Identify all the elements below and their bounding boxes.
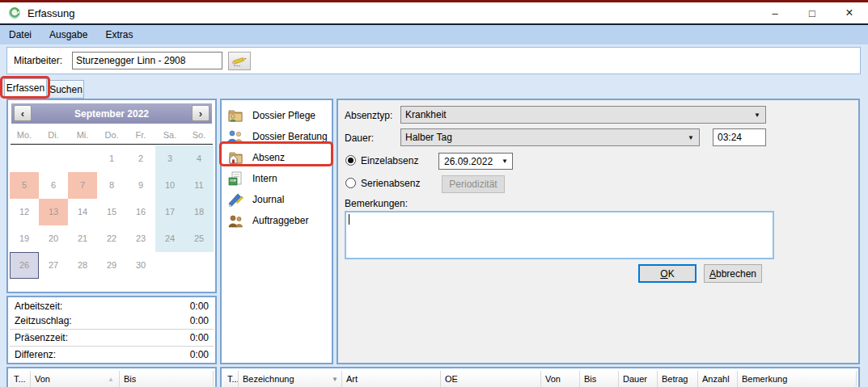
calendar-prev-button[interactable]: ‹ [14, 105, 32, 121]
annotation-top-line [0, 0, 868, 2]
column-header-oe[interactable]: OE [441, 371, 541, 387]
calendar-day[interactable]: 1 [97, 145, 126, 172]
calendar-day[interactable]: 29 [97, 252, 126, 279]
column-header-anzahl[interactable]: Anzahl [698, 371, 738, 387]
people-consult-icon [227, 128, 244, 145]
calendar-day[interactable] [68, 145, 97, 172]
calendar-next-button[interactable]: › [192, 105, 210, 121]
calendar-day-weekend[interactable]: 3 [155, 145, 184, 172]
calendar-day[interactable]: 6 [39, 172, 68, 199]
calendar-day[interactable]: 9 [126, 172, 155, 199]
window-title: Erfassung [28, 7, 75, 19]
calendar-day[interactable]: 23 [126, 225, 155, 252]
absence-date-dropdown[interactable]: 26.09.2022 ▼ [438, 153, 513, 170]
calendar-day[interactable] [155, 252, 184, 279]
employee-label: Mitarbeiter: [14, 55, 62, 66]
calendar-day-absence[interactable]: 5 [10, 172, 39, 199]
menu-ausgabe[interactable]: Ausgabe [40, 25, 96, 44]
calendar-day[interactable]: 12 [10, 199, 39, 225]
calendar-grid: 1 2 3 4 5 6 7 8 9 10 11 12 13 14 15 16 1… [10, 145, 214, 279]
calendar-day-weekend[interactable]: 11 [184, 172, 214, 199]
calendar-day-weekend[interactable]: 18 [184, 199, 214, 225]
calendar-panel: ‹ September 2022 › Mo. Di. Mi. Do. Fr. S… [6, 99, 217, 293]
tab-suchen[interactable]: Suchen [48, 80, 84, 99]
column-header-bezeichnung[interactable]: Bezeichnung▼ [239, 371, 342, 387]
calendar-day[interactable] [184, 252, 214, 279]
column-header-art[interactable]: Art [342, 371, 441, 387]
filter-dropdown-icon[interactable]: ▼ [332, 376, 338, 383]
spreadsheet-icon: 010 [227, 170, 244, 187]
absenztyp-dropdown[interactable]: Krankheit ▼ [400, 106, 766, 124]
einzelabsenz-radio[interactable] [345, 155, 356, 166]
column-header-bis[interactable]: Bis [580, 371, 619, 387]
column-header-von[interactable]: Von [541, 371, 580, 387]
calendar-day[interactable]: 21 [68, 225, 97, 252]
einzelabsenz-label: Einzelabsenz [361, 155, 418, 166]
sidebar-item-absenz[interactable]: Absenz [224, 147, 329, 167]
calendar-day-weekend[interactable]: 24 [155, 225, 184, 252]
absence-form-panel: Absenztyp: Krankheit ▼ Dauer: Halber Tag… [337, 99, 860, 364]
sidebar-item-journal[interactable]: Journal [224, 189, 329, 209]
calendar-day[interactable]: 16 [126, 199, 155, 225]
column-header-bis[interactable]: Bis [120, 371, 214, 387]
pencil-icon [231, 55, 248, 67]
tools-icon [227, 191, 244, 208]
sidebar-item-intern[interactable]: 010 Intern [224, 168, 329, 188]
tab-erfassen[interactable]: Erfassen [4, 78, 47, 99]
calendar-day[interactable] [10, 145, 39, 172]
column-header-von[interactable]: Von▲ [31, 371, 120, 387]
abbrechen-button[interactable]: Abbrechen [704, 264, 762, 283]
calendar-day[interactable]: 14 [68, 199, 97, 225]
calendar-day-selected[interactable]: 26 [10, 252, 39, 279]
column-header-bemerkung[interactable]: Bemerkung [738, 371, 857, 387]
calendar-day[interactable]: 8 [97, 172, 126, 199]
category-sidebar: Dossier Pflege Dossier Beratung Absenz [220, 99, 333, 364]
sidebar-item-auftraggeber[interactable]: Auftraggeber [224, 210, 329, 230]
calendar-day-absence[interactable]: 13 [39, 199, 68, 225]
close-button[interactable]: × [831, 2, 868, 23]
calendar-day-weekend[interactable]: 10 [155, 172, 184, 199]
dauer-label: Dauer: [345, 133, 374, 144]
column-header-betrag[interactable]: Betrag [658, 371, 698, 387]
divider [10, 329, 214, 330]
ok-button[interactable]: OK [638, 264, 697, 283]
column-header-dauer[interactable]: Dauer [619, 371, 658, 387]
calendar-day[interactable]: 22 [97, 225, 126, 252]
chevron-down-icon: ▼ [688, 134, 694, 141]
column-header-t[interactable]: T... [10, 371, 31, 387]
periodizitaet-button[interactable]: Periodizität [442, 175, 505, 193]
dauer-dropdown[interactable]: Halber Tag ▼ [400, 128, 700, 146]
calendar-day-weekend[interactable]: 25 [184, 225, 214, 252]
sidebar-item-dossier-pflege[interactable]: Dossier Pflege [224, 105, 329, 125]
calendar-day[interactable]: 19 [10, 225, 39, 252]
maximize-button[interactable]: □ [794, 2, 831, 23]
time-entries-table: T... Von▲ Bis [6, 367, 217, 387]
svg-text:010: 010 [231, 179, 235, 182]
calendar-day[interactable]: 20 [39, 225, 68, 252]
column-header-t[interactable]: T... [223, 371, 239, 387]
calendar-day[interactable]: 28 [68, 252, 97, 279]
summary-label: Arbeitszeit: [15, 301, 62, 312]
calendar-day[interactable]: 30 [126, 252, 155, 279]
minimize-button[interactable]: – [756, 2, 794, 23]
menu-extras[interactable]: Extras [96, 25, 142, 44]
day-header-sa: Sa. [155, 127, 184, 143]
calendar-day-headers: Mo. Di. Mi. Do. Fr. Sa. So. [10, 127, 214, 143]
serienabsenz-radio[interactable] [345, 178, 356, 188]
calendar-divider [11, 144, 213, 145]
calendar-day[interactable] [39, 145, 68, 172]
calendar-day[interactable]: 2 [126, 145, 155, 172]
calendar-day-absence[interactable]: 7 [68, 172, 97, 199]
summary-value: 0:00 [190, 301, 209, 312]
summary-label: Differenz: [15, 349, 56, 360]
duration-time-input[interactable] [713, 128, 766, 146]
employee-input[interactable] [72, 52, 222, 69]
calendar-day[interactable]: 27 [39, 252, 68, 279]
edit-employee-button[interactable] [228, 52, 251, 70]
bemerkungen-textarea[interactable] [345, 211, 774, 259]
calendar-day-weekend[interactable]: 4 [184, 145, 214, 172]
calendar-day-weekend[interactable]: 17 [155, 199, 184, 225]
sidebar-item-dossier-beratung[interactable]: Dossier Beratung [224, 126, 329, 146]
calendar-day[interactable]: 15 [97, 199, 126, 225]
menu-datei[interactable]: Datei [0, 25, 40, 44]
